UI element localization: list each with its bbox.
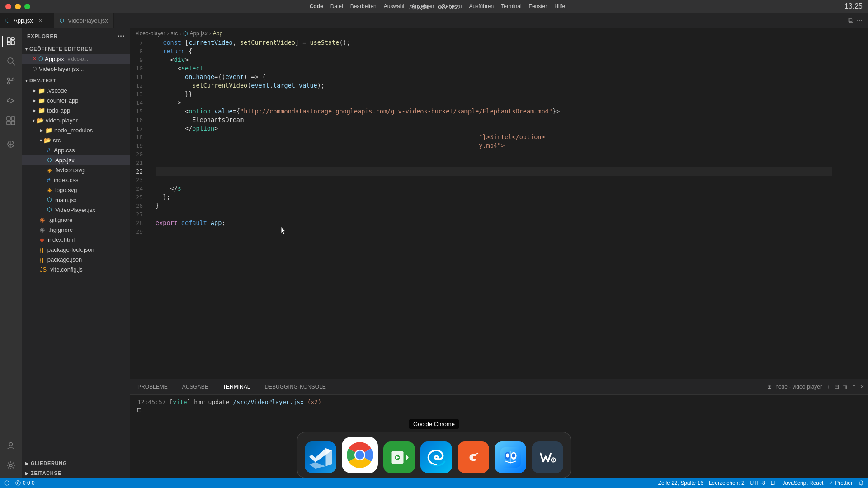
- sidebar-vite-config[interactable]: JS vite.config.js: [22, 264, 130, 274]
- ln-12: 12: [130, 81, 146, 90]
- dock-app-camtasia[interactable]: [383, 441, 415, 473]
- menu-bearbeiten[interactable]: Bearbeiten: [350, 3, 377, 9]
- dock-app-chrome[interactable]: [342, 437, 378, 473]
- node-modules-name: node_modules: [54, 127, 93, 134]
- chrome-svg: [346, 441, 373, 469]
- close-icon-app[interactable]: ✕: [33, 56, 37, 62]
- finder-svg: [500, 447, 521, 468]
- dock-app-edge[interactable]: [420, 441, 452, 473]
- sidebar-index-html[interactable]: ◈ index.html: [22, 235, 130, 244]
- breadcrumb-app-jsx[interactable]: App.jsx: [189, 30, 207, 37]
- breadcrumb-app[interactable]: App: [213, 30, 222, 37]
- activity-extensions[interactable]: [2, 112, 20, 130]
- dev-test-section[interactable]: ▾ DEV-TEST: [22, 75, 130, 85]
- tab-videoplayer-jsx[interactable]: ⬡ VideoPlayer.jsx: [54, 13, 114, 28]
- activity-remote[interactable]: [2, 135, 20, 153]
- sidebar-gitignore[interactable]: ◉ .gitignore: [22, 215, 130, 225]
- breadcrumb-video-player[interactable]: video-player: [136, 30, 165, 37]
- sidebar-app-jsx[interactable]: ⬡ App.jsx: [22, 155, 130, 165]
- code-line-24: </s: [156, 184, 832, 193]
- status-right: Zeile 22, Spalte 16 Leerzeichen: 2 UTF-8…: [658, 480, 864, 486]
- dock-app-finder[interactable]: [495, 441, 526, 473]
- sidebar-gliederung[interactable]: ▶ GLIEDERUNG: [22, 458, 130, 468]
- status-eol[interactable]: LF: [771, 480, 777, 486]
- menu-hilfe[interactable]: Hilfe: [554, 3, 565, 9]
- src-chevron: ▾: [40, 138, 42, 143]
- sidebar-index-css[interactable]: # index.css: [22, 175, 130, 185]
- sidebar-more-icon[interactable]: ···: [118, 32, 125, 40]
- main-jsx-name: main.jsx: [55, 197, 77, 203]
- status-spaces[interactable]: Leerzeichen: 2: [709, 480, 745, 486]
- dock-app-wakatime[interactable]: [532, 441, 563, 473]
- open-editors-section[interactable]: ▾ GEÖFFNETE EDITOREN: [22, 44, 130, 54]
- open-editor-videoplayer[interactable]: ⬡ VideoPlayer.jsx...: [22, 64, 130, 74]
- activity-run-debug[interactable]: [2, 92, 20, 110]
- split-editor-icon[interactable]: ⧉: [848, 16, 853, 24]
- menu-auswahl[interactable]: Auswahl: [384, 3, 404, 9]
- activity-search[interactable]: [2, 52, 20, 70]
- status-formatter[interactable]: ✓ Prettier: [829, 480, 853, 486]
- activity-settings[interactable]: [2, 456, 20, 474]
- code-editor[interactable]: 7 8 9 10 11 12 13 14 15 16 17 18 19 20 2…: [130, 38, 868, 379]
- terminal-split-icon[interactable]: ⊟: [835, 384, 839, 390]
- menu-fenster[interactable]: Fenster: [529, 3, 547, 9]
- logo-svg-name: logo.svg: [55, 187, 77, 193]
- favicon-svg-name: favicon.svg: [55, 167, 85, 174]
- status-branch[interactable]: ⓪ 0 0 0: [15, 479, 35, 487]
- tab-close-app-jsx[interactable]: ✕: [37, 17, 44, 24]
- terminal-maximize-icon[interactable]: ⌃: [852, 384, 856, 390]
- spaces-text: Leerzeichen: 2: [709, 480, 745, 486]
- sidebar-videoplayer-jsx[interactable]: ⬡ VideoPlayer.jsx: [22, 205, 130, 215]
- close-button[interactable]: [5, 4, 11, 9]
- sidebar-zeitachse[interactable]: ▶ ZEITACHSE: [22, 468, 130, 478]
- minimize-button[interactable]: [15, 4, 21, 9]
- sidebar-app-css[interactable]: # App.css: [22, 145, 130, 155]
- sidebar-video-player[interactable]: ▾ 📂 video-player: [22, 115, 130, 125]
- status-line-col[interactable]: Zeile 22, Spalte 16: [658, 480, 703, 486]
- open-editor-app-jsx[interactable]: ✕ ⬡ App.jsx video-p...: [22, 54, 130, 64]
- terminal-trash-icon[interactable]: 🗑: [843, 384, 848, 390]
- activity-account[interactable]: [2, 436, 20, 455]
- dock-app-postman[interactable]: [458, 441, 489, 473]
- panel-tab-debugging[interactable]: DEBUGGING-KONSOLE: [257, 379, 333, 394]
- terminal-add-icon[interactable]: ＋: [826, 383, 831, 391]
- sidebar-node-modules[interactable]: ▶ 📁 node_modules: [22, 125, 130, 135]
- code-content[interactable]: const [currentVideo, setCurrentVideo] = …: [152, 38, 832, 379]
- dock-app-vscode[interactable]: [305, 441, 336, 473]
- terminal-close-icon[interactable]: ✕: [860, 384, 864, 390]
- status-language[interactable]: JavaScript React: [783, 480, 824, 486]
- sidebar-todo-app[interactable]: ▶ 📁 todo-app: [22, 105, 130, 115]
- status-encoding[interactable]: UTF-8: [750, 480, 765, 486]
- activity-source-control[interactable]: [2, 72, 20, 90]
- more-actions-icon[interactable]: ···: [857, 16, 863, 24]
- sidebar-src[interactable]: ▾ 📂 src: [22, 135, 130, 145]
- menu-ausfuehren[interactable]: Ausführen: [469, 3, 494, 9]
- sidebar-favicon-svg[interactable]: ◈ favicon.svg: [22, 165, 130, 175]
- formatter-text: Prettier: [835, 480, 853, 486]
- sidebar-main-jsx[interactable]: ⬡ main.jsx: [22, 195, 130, 205]
- todo-app-name: todo-app: [47, 107, 70, 114]
- sidebar-package-json[interactable]: {} package.json: [22, 254, 130, 264]
- breadcrumb-src[interactable]: src: [170, 30, 178, 37]
- sidebar-logo-svg[interactable]: ◈ logo.svg: [22, 185, 130, 195]
- sidebar-package-lock[interactable]: {} package-lock.json: [22, 244, 130, 254]
- ln-25: 25: [130, 193, 146, 202]
- panel-tab-terminal[interactable]: TERMINAL: [216, 379, 258, 394]
- chrome-app-icon: [342, 437, 378, 473]
- panel-tab-ausgabe[interactable]: AUSGABE: [175, 379, 216, 394]
- menu-datei[interactable]: Datei: [330, 3, 343, 9]
- maximize-button[interactable]: [24, 4, 30, 9]
- status-remote[interactable]: [4, 480, 10, 486]
- menu-code[interactable]: Code: [310, 3, 323, 9]
- activity-explorer[interactable]: [2, 32, 20, 50]
- code-line-14: >: [156, 99, 832, 107]
- bell-icon: [858, 480, 864, 486]
- sidebar-counter-app[interactable]: ▶ 📁 counter-app: [22, 95, 130, 105]
- sidebar-vscode-folder[interactable]: ▶ 📁 .vscode: [22, 85, 130, 95]
- sidebar-hgignore[interactable]: ◉ .hgignore: [22, 225, 130, 235]
- menu-terminal[interactable]: Terminal: [501, 3, 521, 9]
- panel-tab-probleme[interactable]: PROBLEME: [130, 379, 175, 394]
- ln-13: 13: [130, 90, 146, 99]
- status-notifications[interactable]: [858, 480, 864, 486]
- tab-app-jsx[interactable]: ⬡ App.jsx ✕: [0, 13, 54, 28]
